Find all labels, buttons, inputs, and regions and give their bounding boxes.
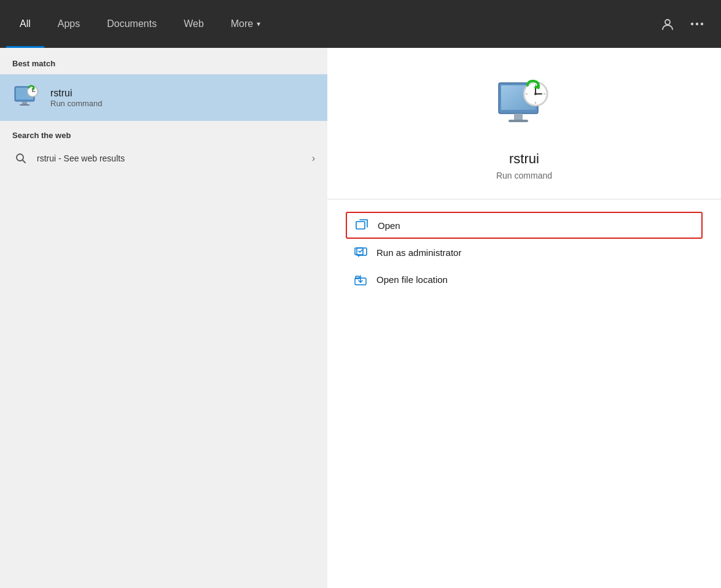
best-match-item[interactable]: rstrui Run command: [0, 74, 327, 121]
open-action-item[interactable]: Open: [346, 212, 703, 239]
run-as-admin-action-item[interactable]: Run as administrator: [346, 239, 703, 266]
svg-point-1: [691, 23, 693, 25]
svg-line-14: [23, 160, 25, 163]
best-match-subtitle: Run command: [50, 99, 103, 108]
shield-window-icon: [354, 246, 367, 259]
person-icon: [661, 17, 674, 31]
tab-apps-label: Apps: [58, 18, 80, 29]
computer-restore-icon: [12, 83, 42, 112]
open-window-icon: [355, 219, 368, 232]
svg-rect-32: [357, 248, 367, 255]
tab-web[interactable]: Web: [170, 0, 217, 48]
best-match-label: Best match: [0, 48, 327, 74]
folder-location-icon: [354, 273, 367, 286]
svg-point-0: [665, 20, 670, 25]
open-label: Open: [378, 220, 400, 231]
run-as-admin-icon: [353, 245, 368, 260]
action-buttons-list: Open Run as administrator: [327, 199, 721, 305]
svg-rect-6: [22, 101, 27, 104]
best-match-text: rstrui Run command: [50, 88, 103, 108]
app-large-icon: [491, 72, 558, 140]
tab-more[interactable]: More ▾: [217, 0, 274, 48]
tab-all[interactable]: All: [6, 0, 44, 48]
svg-rect-30: [356, 222, 365, 229]
web-search-item[interactable]: rstrui - See web results ›: [12, 145, 315, 172]
run-as-admin-label: Run as administrator: [376, 247, 461, 258]
open-file-location-label: Open file location: [376, 274, 448, 285]
svg-rect-7: [20, 104, 29, 106]
best-match-title: rstrui: [50, 88, 103, 99]
chevron-down-icon: ▾: [257, 20, 260, 28]
svg-rect-19: [509, 120, 528, 122]
app-detail-section: rstrui Run command: [327, 48, 721, 199]
app-detail-type: Run command: [496, 171, 552, 180]
tab-all-label: All: [20, 18, 31, 29]
tab-apps[interactable]: Apps: [44, 0, 93, 48]
rstrui-icon: [12, 83, 42, 112]
right-panel: rstrui Run command Open: [327, 48, 721, 588]
main-content: Best match: [0, 48, 721, 588]
tab-documents[interactable]: Documents: [93, 0, 170, 48]
nav-icon-group: [650, 0, 715, 48]
more-options-button[interactable]: [685, 17, 709, 31]
left-panel: Best match: [0, 48, 327, 588]
open-icon: [354, 218, 369, 233]
svg-point-2: [696, 23, 698, 25]
tab-more-label: More: [231, 18, 253, 29]
web-search-label: Search the web: [12, 131, 315, 140]
top-navigation: All Apps Documents Web More ▾: [0, 0, 721, 48]
ellipsis-icon: [690, 22, 704, 26]
svg-point-3: [701, 23, 703, 25]
person-icon-button[interactable]: [656, 12, 679, 36]
tab-web-label: Web: [184, 18, 204, 29]
open-file-location-action-item[interactable]: Open file location: [346, 266, 703, 293]
rstrui-large-icon: [494, 75, 555, 137]
open-file-location-icon: [353, 272, 368, 287]
search-icon: [12, 150, 29, 167]
search-magnifier-icon: [15, 152, 27, 164]
web-search-text: rstrui - See web results: [37, 153, 305, 163]
arrow-right-icon: ›: [312, 153, 315, 164]
app-detail-name: rstrui: [509, 151, 539, 167]
svg-point-28: [534, 93, 537, 95]
web-search-section: Search the web rstrui - See web results …: [0, 121, 327, 172]
svg-rect-18: [514, 114, 523, 120]
tab-documents-label: Documents: [107, 18, 157, 29]
